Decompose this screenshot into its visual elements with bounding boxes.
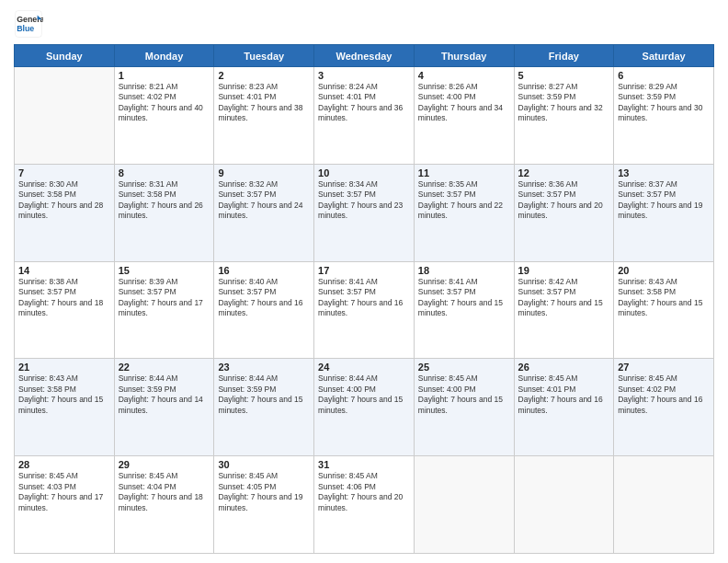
day-number: 17 — [318, 265, 410, 276]
empty-cell — [414, 456, 514, 554]
day-number: 23 — [218, 362, 310, 373]
empty-cell — [15, 67, 115, 165]
weekday-friday: Friday — [514, 45, 614, 67]
day-cell-13: 13 Sunrise: 8:37 AMSunset: 3:57 PMDaylig… — [614, 164, 714, 261]
day-cell-4: 4 Sunrise: 8:26 AMSunset: 4:00 PMDayligh… — [414, 67, 514, 165]
day-info: Sunrise: 8:45 AMSunset: 4:03 PMDaylight:… — [18, 471, 110, 513]
day-number: 21 — [18, 362, 110, 373]
day-info: Sunrise: 8:38 AMSunset: 3:57 PMDaylight:… — [18, 277, 110, 319]
day-info: Sunrise: 8:45 AMSunset: 4:05 PMDaylight:… — [218, 471, 310, 513]
logo: General Blue — [14, 9, 43, 39]
day-cell-8: 8 Sunrise: 8:31 AMSunset: 3:58 PMDayligh… — [114, 164, 214, 261]
day-cell-2: 2 Sunrise: 8:23 AMSunset: 4:01 PMDayligh… — [214, 67, 314, 165]
day-number: 5 — [518, 70, 610, 81]
weekday-sunday: Sunday — [15, 45, 115, 67]
day-number: 26 — [518, 362, 610, 373]
day-info: Sunrise: 8:42 AMSunset: 3:57 PMDaylight:… — [518, 277, 610, 319]
day-cell-11: 11 Sunrise: 8:35 AMSunset: 3:57 PMDaylig… — [414, 164, 514, 261]
day-cell-5: 5 Sunrise: 8:27 AMSunset: 3:59 PMDayligh… — [514, 67, 614, 165]
calendar-table: SundayMondayTuesdayWednesdayThursdayFrid… — [14, 44, 714, 554]
day-number: 16 — [218, 265, 310, 276]
weekday-tuesday: Tuesday — [214, 45, 314, 67]
day-cell-15: 15 Sunrise: 8:39 AMSunset: 3:57 PMDaylig… — [114, 261, 214, 359]
day-cell-6: 6 Sunrise: 8:29 AMSunset: 3:59 PMDayligh… — [614, 67, 714, 165]
page: General Blue SundayMondayTuesdayWednesda… — [0, 0, 728, 563]
day-cell-23: 23 Sunrise: 8:44 AMSunset: 3:59 PMDaylig… — [214, 359, 314, 456]
day-number: 29 — [119, 459, 210, 470]
day-cell-9: 9 Sunrise: 8:32 AMSunset: 3:57 PMDayligh… — [214, 164, 314, 261]
day-cell-14: 14 Sunrise: 8:38 AMSunset: 3:57 PMDaylig… — [15, 261, 115, 359]
day-info: Sunrise: 8:41 AMSunset: 3:57 PMDaylight:… — [318, 277, 410, 319]
day-number: 2 — [218, 70, 310, 81]
svg-text:Blue: Blue — [17, 24, 34, 33]
day-info: Sunrise: 8:31 AMSunset: 3:58 PMDaylight:… — [119, 179, 210, 222]
day-cell-18: 18 Sunrise: 8:41 AMSunset: 3:57 PMDaylig… — [414, 261, 514, 359]
day-number: 19 — [518, 265, 610, 276]
day-number: 6 — [618, 70, 710, 81]
week-row-2: 7 Sunrise: 8:30 AMSunset: 3:58 PMDayligh… — [15, 164, 714, 261]
day-info: Sunrise: 8:40 AMSunset: 3:57 PMDaylight:… — [218, 277, 310, 319]
day-info: Sunrise: 8:29 AMSunset: 3:59 PMDaylight:… — [618, 82, 710, 124]
day-cell-24: 24 Sunrise: 8:44 AMSunset: 4:00 PMDaylig… — [314, 359, 415, 456]
day-info: Sunrise: 8:39 AMSunset: 3:57 PMDaylight:… — [119, 277, 210, 319]
empty-cell — [514, 456, 614, 554]
day-info: Sunrise: 8:45 AMSunset: 4:06 PMDaylight:… — [318, 471, 410, 513]
day-cell-31: 31 Sunrise: 8:45 AMSunset: 4:06 PMDaylig… — [314, 456, 415, 554]
week-row-5: 28 Sunrise: 8:45 AMSunset: 4:03 PMDaylig… — [15, 456, 714, 554]
day-cell-1: 1 Sunrise: 8:21 AMSunset: 4:02 PMDayligh… — [114, 67, 214, 165]
day-cell-16: 16 Sunrise: 8:40 AMSunset: 3:57 PMDaylig… — [214, 261, 314, 359]
day-number: 18 — [418, 265, 510, 276]
day-number: 4 — [418, 70, 510, 81]
weekday-saturday: Saturday — [614, 45, 714, 67]
day-cell-22: 22 Sunrise: 8:44 AMSunset: 3:59 PMDaylig… — [114, 359, 214, 456]
day-info: Sunrise: 8:43 AMSunset: 3:58 PMDaylight:… — [18, 373, 110, 416]
day-number: 27 — [618, 362, 710, 373]
day-info: Sunrise: 8:27 AMSunset: 3:59 PMDaylight:… — [518, 82, 610, 124]
day-cell-10: 10 Sunrise: 8:34 AMSunset: 3:57 PMDaylig… — [314, 164, 415, 261]
day-cell-17: 17 Sunrise: 8:41 AMSunset: 3:57 PMDaylig… — [314, 261, 415, 359]
day-cell-3: 3 Sunrise: 8:24 AMSunset: 4:01 PMDayligh… — [314, 67, 415, 165]
empty-cell — [614, 456, 714, 554]
day-cell-26: 26 Sunrise: 8:45 AMSunset: 4:01 PMDaylig… — [514, 359, 614, 456]
day-number: 12 — [518, 167, 610, 178]
svg-text:General: General — [17, 15, 43, 24]
day-number: 28 — [18, 459, 110, 470]
header: General Blue — [14, 9, 714, 39]
day-info: Sunrise: 8:34 AMSunset: 3:57 PMDaylight:… — [318, 179, 410, 222]
day-info: Sunrise: 8:35 AMSunset: 3:57 PMDaylight:… — [418, 179, 510, 222]
day-info: Sunrise: 8:26 AMSunset: 4:00 PMDaylight:… — [418, 82, 510, 124]
day-info: Sunrise: 8:44 AMSunset: 4:00 PMDaylight:… — [318, 373, 410, 416]
day-info: Sunrise: 8:23 AMSunset: 4:01 PMDaylight:… — [218, 82, 310, 124]
day-cell-21: 21 Sunrise: 8:43 AMSunset: 3:58 PMDaylig… — [15, 359, 115, 456]
day-info: Sunrise: 8:36 AMSunset: 3:57 PMDaylight:… — [518, 179, 610, 222]
day-info: Sunrise: 8:21 AMSunset: 4:02 PMDaylight:… — [119, 82, 210, 124]
day-info: Sunrise: 8:45 AMSunset: 4:00 PMDaylight:… — [418, 373, 510, 416]
day-cell-7: 7 Sunrise: 8:30 AMSunset: 3:58 PMDayligh… — [15, 164, 115, 261]
weekday-monday: Monday — [114, 45, 214, 67]
day-number: 24 — [318, 362, 410, 373]
day-info: Sunrise: 8:24 AMSunset: 4:01 PMDaylight:… — [318, 82, 410, 124]
day-info: Sunrise: 8:45 AMSunset: 4:01 PMDaylight:… — [518, 373, 610, 416]
day-cell-29: 29 Sunrise: 8:45 AMSunset: 4:04 PMDaylig… — [114, 456, 214, 554]
day-cell-20: 20 Sunrise: 8:43 AMSunset: 3:58 PMDaylig… — [614, 261, 714, 359]
weekday-wednesday: Wednesday — [314, 45, 415, 67]
day-info: Sunrise: 8:41 AMSunset: 3:57 PMDaylight:… — [418, 277, 510, 319]
day-cell-28: 28 Sunrise: 8:45 AMSunset: 4:03 PMDaylig… — [15, 456, 115, 554]
day-cell-25: 25 Sunrise: 8:45 AMSunset: 4:00 PMDaylig… — [414, 359, 514, 456]
day-number: 9 — [218, 167, 310, 178]
week-row-1: 1 Sunrise: 8:21 AMSunset: 4:02 PMDayligh… — [15, 67, 714, 165]
weekday-header-row: SundayMondayTuesdayWednesdayThursdayFrid… — [15, 45, 714, 67]
week-row-3: 14 Sunrise: 8:38 AMSunset: 3:57 PMDaylig… — [15, 261, 714, 359]
day-number: 8 — [119, 167, 210, 178]
day-number: 11 — [418, 167, 510, 178]
weekday-thursday: Thursday — [414, 45, 514, 67]
day-number: 25 — [418, 362, 510, 373]
day-cell-12: 12 Sunrise: 8:36 AMSunset: 3:57 PMDaylig… — [514, 164, 614, 261]
day-info: Sunrise: 8:45 AMSunset: 4:02 PMDaylight:… — [618, 373, 710, 416]
day-number: 14 — [18, 265, 110, 276]
day-info: Sunrise: 8:44 AMSunset: 3:59 PMDaylight:… — [119, 373, 210, 416]
day-number: 3 — [318, 70, 410, 81]
day-cell-27: 27 Sunrise: 8:45 AMSunset: 4:02 PMDaylig… — [614, 359, 714, 456]
logo-icon: General Blue — [14, 9, 43, 39]
day-number: 22 — [119, 362, 210, 373]
